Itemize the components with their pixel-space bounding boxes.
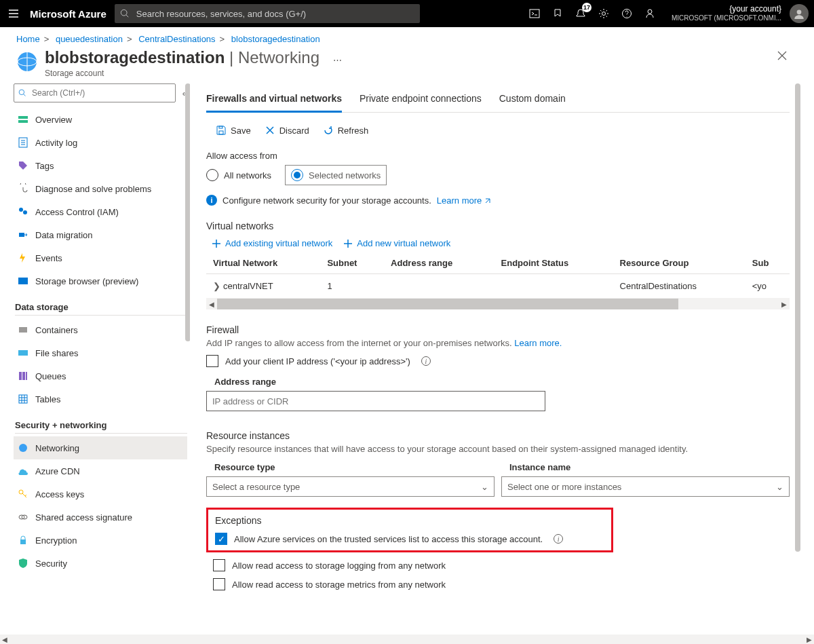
sidebar-item-storage-browser[interactable]: Storage browser (preview) [14, 269, 187, 292]
col-rg[interactable]: Resource Group [613, 252, 745, 274]
sidebar-item-file-shares[interactable]: File shares [14, 341, 187, 364]
sidebar-item-containers[interactable]: Containers [14, 318, 187, 341]
global-search[interactable] [115, 4, 420, 23]
sidebar-item-iam[interactable]: Access Control (IAM) [14, 200, 187, 223]
resource-type-select[interactable]: Select a resource type⌄ [206, 476, 495, 497]
search-icon [120, 9, 130, 18]
sidebar-item-overview[interactable]: Overview [14, 108, 187, 131]
svg-rect-12 [18, 120, 28, 123]
add-new-vnet-button[interactable]: Add new virtual network [343, 238, 450, 248]
sidebar-item-azure-cdn[interactable]: Azure CDN [14, 459, 187, 482]
main-scrollbar[interactable] [795, 83, 800, 552]
page-subtitle: Storage account [45, 69, 319, 78]
add-existing-vnet-button[interactable]: Add existing virtual network [212, 238, 332, 248]
storage-logging-checkbox[interactable]: Allow read access to storage logging fro… [213, 559, 790, 571]
search-icon [18, 89, 26, 97]
cdn-icon [18, 466, 28, 476]
tab-custom-domain[interactable]: Custom domain [499, 93, 566, 112]
sidebar-item-networking[interactable]: Networking [14, 436, 187, 459]
storage-metrics-checkbox[interactable]: Allow read access to storage metrics fro… [213, 578, 790, 590]
col-range[interactable]: Address range [384, 252, 494, 274]
svg-rect-18 [19, 327, 27, 333]
firewall-learn-link[interactable]: Learn more. [514, 338, 562, 348]
vnet-table-scrollbar[interactable]: ◀▶ [206, 299, 790, 309]
radio-selected-networks[interactable]: Selected networks [285, 165, 387, 185]
resource-instances-heading: Resource instances [206, 430, 790, 441]
network-security-info: Configure network security for your stor… [222, 195, 431, 206]
svg-point-15 [23, 210, 27, 214]
overview-icon [18, 114, 28, 125]
sidebar-item-diagnose[interactable]: Diagnose and solve problems [14, 177, 187, 200]
tab-private-endpoints[interactable]: Private endpoint connections [360, 93, 482, 112]
vnet-table: Virtual Network Subnet Address range End… [206, 252, 790, 299]
brand-label: Microsoft Azure [30, 8, 106, 20]
hamburger-icon[interactable] [5, 5, 22, 22]
chevron-down-icon: ⌄ [776, 482, 783, 492]
sidebar-item-events[interactable]: Events [14, 246, 187, 269]
account-block[interactable]: {your account} MICROSOFT (MICROSOFT.ONMI… [672, 4, 781, 23]
trusted-services-checkbox[interactable]: ✓Allow Azure services on the trusted ser… [215, 533, 604, 545]
directories-icon[interactable] [551, 7, 564, 20]
sidebar-item-security[interactable]: Security [14, 552, 187, 575]
tab-firewalls[interactable]: Firewalls and virtual networks [206, 93, 342, 113]
chevron-down-icon: ⌄ [481, 482, 488, 492]
key-icon [18, 489, 28, 499]
table-row[interactable]: ❯centralVNET 1 CentralDestinations <yo [206, 274, 790, 299]
info-icon[interactable]: i [554, 534, 563, 544]
avatar[interactable] [790, 4, 809, 23]
breadcrumb: Home> queuedestination> CentralDestinati… [0, 27, 814, 44]
feedback-icon[interactable] [643, 7, 657, 20]
svg-rect-17 [18, 278, 28, 284]
learn-more-link[interactable]: Learn more [437, 195, 491, 206]
sidebar-search-input[interactable] [31, 88, 171, 98]
sidebar-item-access-keys[interactable]: Access keys [14, 482, 187, 506]
sidebar-search[interactable] [14, 83, 176, 102]
save-button[interactable]: Save [212, 122, 255, 138]
sidebar-group-security: Security + networking [15, 420, 187, 434]
close-blade-button[interactable] [777, 51, 787, 62]
svg-rect-21 [22, 372, 25, 380]
storage-browser-icon [18, 276, 28, 286]
svg-rect-28 [20, 539, 26, 544]
col-endpoint[interactable]: Endpoint Status [495, 252, 613, 274]
crumb-home[interactable]: Home [16, 34, 40, 44]
settings-icon[interactable] [597, 7, 610, 20]
global-search-input[interactable] [135, 8, 414, 20]
activity-log-icon [18, 137, 28, 148]
discard-button[interactable]: Discard [260, 122, 313, 138]
col-vnet[interactable]: Virtual Network [206, 252, 320, 274]
queues-icon [18, 371, 28, 381]
cloud-shell-icon[interactable] [528, 7, 541, 20]
chevron-right-icon[interactable]: ❯ [213, 281, 220, 291]
sidebar-item-tables[interactable]: Tables [14, 387, 187, 411]
crumb-1[interactable]: queuedestination [56, 34, 123, 44]
more-actions-button[interactable]: ⋯ [333, 55, 343, 65]
sidebar-item-activity-log[interactable]: Activity log [14, 131, 187, 154]
refresh-button[interactable]: Refresh [319, 122, 373, 138]
sidebar-scrollbar[interactable] [185, 83, 190, 341]
svg-point-3 [602, 12, 605, 16]
col-subnet[interactable]: Subnet [320, 252, 384, 274]
col-sub[interactable]: Sub [745, 252, 790, 274]
radio-all-networks[interactable]: All networks [206, 169, 271, 181]
add-client-ip-checkbox[interactable]: Add your client IP address ('<your ip ad… [206, 355, 790, 367]
resource-instances-desc: Specify resource instances that will hav… [206, 444, 790, 454]
firewall-desc: Add IP ranges to allow access from the i… [206, 338, 512, 348]
sidebar-item-sas[interactable]: Shared access signature [14, 506, 187, 529]
file-shares-icon [18, 347, 28, 358]
sidebar-item-encryption[interactable]: Encryption [14, 529, 187, 552]
crumb-2[interactable]: CentralDestinations [138, 34, 215, 44]
crumb-3[interactable]: blobstoragedestination [231, 34, 320, 44]
notifications-icon[interactable]: 17 [574, 7, 587, 20]
svg-rect-19 [18, 350, 28, 356]
address-range-input[interactable] [206, 391, 545, 411]
page-title: blobstoragedestination | Networking [45, 48, 319, 67]
instance-name-select[interactable]: Select one or more instances⌄ [501, 476, 790, 497]
sidebar-item-tags[interactable]: Tags [14, 154, 187, 177]
page-horizontal-scrollbar[interactable]: ◀▶ [0, 634, 814, 644]
sidebar-item-data-migration[interactable]: Data migration [14, 223, 187, 246]
help-icon[interactable] [620, 7, 634, 20]
sidebar-item-queues[interactable]: Queues [14, 364, 187, 387]
info-icon[interactable]: i [421, 356, 431, 366]
svg-line-1 [126, 15, 129, 18]
